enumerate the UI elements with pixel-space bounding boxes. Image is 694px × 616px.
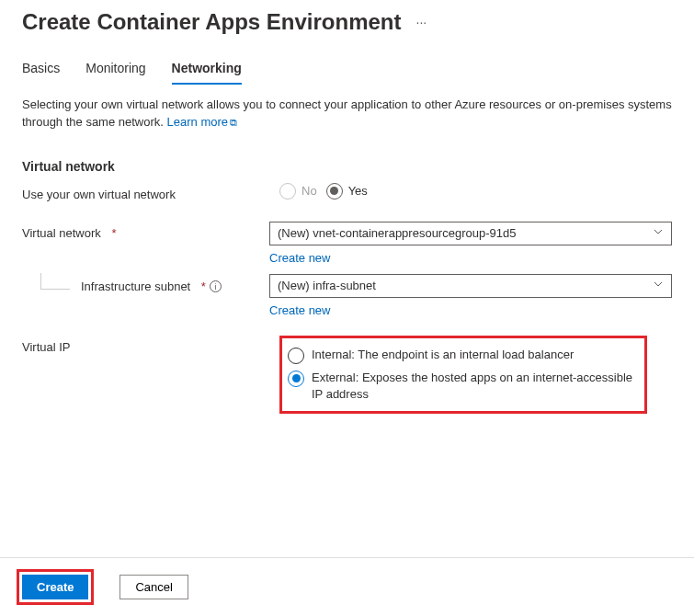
label-virtual-ip: Virtual IP bbox=[22, 336, 279, 354]
tab-bar: Basics Monitoring Networking bbox=[0, 53, 694, 86]
hierarchy-connector-icon bbox=[40, 273, 70, 290]
footer-bar: Create Cancel bbox=[0, 557, 694, 616]
section-title-virtual-network: Virtual network bbox=[22, 159, 672, 174]
radio-circle-icon bbox=[288, 348, 304, 364]
label-infrastructure-subnet: Infrastructure subnet * i bbox=[22, 274, 269, 295]
radio-label-yes: Yes bbox=[348, 184, 368, 198]
create-button[interactable]: Create bbox=[22, 575, 88, 599]
networking-description: Selecting your own virtual network allow… bbox=[22, 97, 672, 131]
required-indicator: * bbox=[111, 226, 116, 240]
learn-more-link[interactable]: Learn more⧉ bbox=[167, 115, 237, 129]
radio-label-no: No bbox=[301, 184, 317, 198]
page-title: Create Container Apps Environment bbox=[22, 9, 402, 35]
link-create-new-vnet[interactable]: Create new bbox=[269, 251, 672, 265]
tab-basics[interactable]: Basics bbox=[22, 53, 60, 85]
row-virtual-network: Virtual network * (New) vnet-containerap… bbox=[22, 222, 672, 265]
virtual-ip-highlight-box: Internal: The endpoint is an internal lo… bbox=[279, 336, 647, 414]
dropdown-infrastructure-subnet[interactable]: (New) infra-subnet bbox=[269, 274, 672, 298]
more-actions-button[interactable]: ··· bbox=[416, 15, 427, 29]
page-header: Create Container Apps Environment ··· bbox=[0, 0, 694, 53]
external-link-icon: ⧉ bbox=[230, 116, 237, 131]
cancel-button[interactable]: Cancel bbox=[119, 575, 188, 599]
dropdown-value: (New) infra-subnet bbox=[278, 279, 376, 292]
required-indicator: * bbox=[201, 279, 206, 293]
tab-monitoring[interactable]: Monitoring bbox=[85, 53, 145, 85]
dropdown-value: (New) vnet-containerappresourcegroup-91d… bbox=[278, 226, 516, 240]
radio-label-external: External: Exposes the hosted apps on an … bbox=[312, 370, 635, 403]
row-use-own-vnet: Use your own virtual network No Yes bbox=[22, 183, 672, 201]
radio-label-internal: Internal: The endpoint is an internal lo… bbox=[312, 347, 574, 363]
radio-circle-icon bbox=[326, 183, 343, 200]
tab-networking[interactable]: Networking bbox=[172, 53, 242, 85]
chevron-down-icon bbox=[653, 279, 664, 292]
radio-use-own-vnet-no[interactable]: No bbox=[279, 183, 317, 200]
link-create-new-subnet[interactable]: Create new bbox=[269, 303, 672, 317]
radio-circle-icon bbox=[288, 371, 304, 387]
radio-circle-icon bbox=[279, 183, 296, 200]
label-virtual-network: Virtual network * bbox=[22, 222, 269, 240]
radio-virtual-ip-internal[interactable]: Internal: The endpoint is an internal lo… bbox=[288, 344, 635, 367]
dropdown-virtual-network[interactable]: (New) vnet-containerappresourcegroup-91d… bbox=[269, 222, 672, 245]
radio-use-own-vnet-yes[interactable]: Yes bbox=[326, 183, 368, 200]
chevron-down-icon bbox=[653, 226, 664, 240]
content-area: Selecting your own virtual network allow… bbox=[0, 86, 694, 414]
create-button-highlight: Create bbox=[17, 569, 94, 605]
info-icon[interactable]: i bbox=[210, 280, 222, 292]
radio-virtual-ip-external[interactable]: External: Exposes the hosted apps on an … bbox=[288, 367, 635, 405]
row-infrastructure-subnet: Infrastructure subnet * i (New) infra-su… bbox=[22, 274, 672, 317]
label-use-own-vnet: Use your own virtual network bbox=[22, 183, 279, 201]
description-text: Selecting your own virtual network allow… bbox=[22, 97, 672, 129]
row-virtual-ip: Virtual IP Internal: The endpoint is an … bbox=[22, 336, 672, 414]
